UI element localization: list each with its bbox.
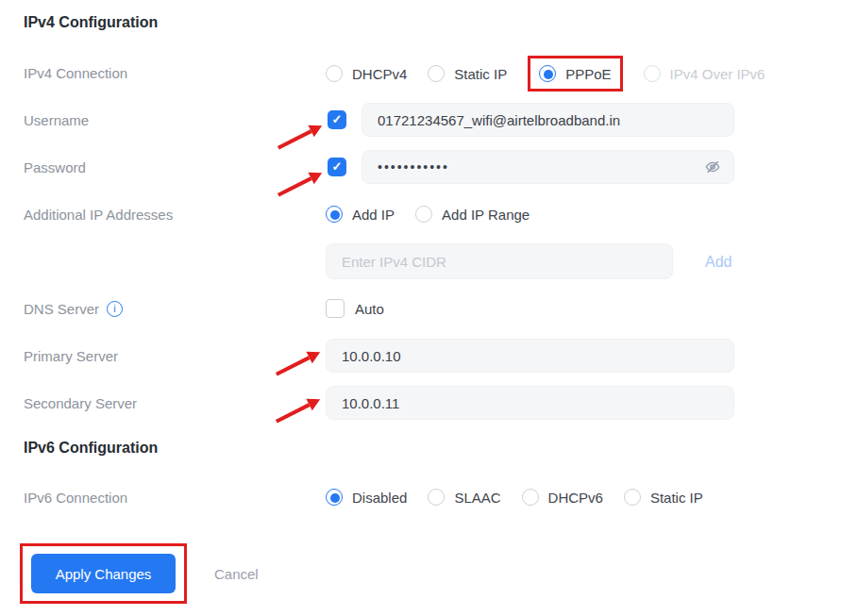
radio-option-add-ip[interactable]: Add IP [326,206,395,223]
ipv4-cidr-input[interactable] [326,243,673,279]
ipv6-connection-label: IPv6 Connection [24,490,127,506]
radio-option-dhcpv6[interactable]: DHCPv6 [522,489,603,506]
dns-server-label: DNS Server i [24,301,123,317]
radio-option-dhcpv4[interactable]: DHCPv4 [326,65,407,82]
radio-option-slaac[interactable]: SLAAC [428,489,500,506]
radio-icon [415,206,432,223]
password-label: Password [24,159,86,175]
username-input[interactable] [362,103,734,137]
radio-option-label: DHCPv6 [548,490,603,506]
add-ip-button[interactable]: Add [705,254,732,271]
primary-server-input[interactable] [326,339,734,373]
dns-auto-checkbox[interactable] [326,299,345,318]
ipv4-configuration-heading: IPv4 Configuration [24,14,158,31]
radio-option-ipv6-static-ip[interactable]: Static IP [624,489,703,506]
username-label: Username [24,112,89,128]
radio-icon [326,206,343,223]
radio-icon [624,489,641,506]
password-enable-checkbox[interactable] [328,158,346,176]
radio-option-label: Disabled [352,490,407,506]
apply-changes-button[interactable]: Apply Changes [31,554,176,593]
cancel-button[interactable]: Cancel [214,566,259,582]
apply-button-annotation-box: Apply Changes [20,543,187,604]
password-field [362,150,734,184]
radio-icon [326,489,343,506]
annotation-arrow-secondary-server [274,393,324,427]
toggle-password-visibility-icon[interactable] [703,158,722,176]
username-enable-checkbox[interactable] [328,110,346,129]
radio-option-label: PPPoE [565,66,611,82]
ipv6-connection-radio-group: Disabled SLAAC DHCPv6 Static IP [326,484,703,510]
radio-option-label: IPv4 Over IPv6 [670,66,765,82]
additional-ip-radio-group: Add IP Add IP Range [326,201,530,227]
dns-server-label-text: DNS Server [24,301,99,317]
radio-option-label: Static IP [650,490,703,506]
radio-icon [428,65,445,82]
ipv4-connection-radio-group: DHCPv4 Static IP PPPoE IPv4 Over IPv6 [326,53,765,94]
radio-option-label: Static IP [454,66,507,82]
radio-icon [522,489,539,506]
secondary-server-label: Secondary Server [24,395,137,411]
radio-option-static-ip[interactable]: Static IP [428,65,507,82]
radio-option-pppoe[interactable]: PPPoE [528,56,622,92]
radio-icon [644,65,661,82]
annotation-arrow-username [276,120,326,154]
radio-option-ipv4-over-ipv6[interactable]: IPv4 Over IPv6 [644,65,765,82]
ipv4-connection-label: IPv4 Connection [24,65,127,81]
radio-option-label: SLAAC [454,490,500,506]
info-icon[interactable]: i [107,301,123,317]
radio-option-label: Add IP [352,207,395,223]
annotation-arrow-primary-server [274,346,324,380]
primary-server-label: Primary Server [24,348,118,364]
radio-option-add-ip-range[interactable]: Add IP Range [415,206,530,223]
radio-icon [428,489,445,506]
secondary-server-input[interactable] [326,386,734,420]
network-settings-page: IPv4 Configuration IPv4 Connection DHCPv… [0,0,841,616]
additional-ip-label: Additional IP Addresses [24,207,173,223]
annotation-arrow-password [276,167,326,201]
radio-icon [539,65,556,82]
password-input[interactable] [362,150,734,184]
dns-auto-label: Auto [355,301,384,317]
radio-option-label: Add IP Range [442,207,530,223]
radio-icon [326,65,343,82]
radio-option-disabled[interactable]: Disabled [326,489,407,506]
ipv6-configuration-heading: IPv6 Configuration [24,440,158,457]
radio-option-label: DHCPv4 [352,66,407,82]
